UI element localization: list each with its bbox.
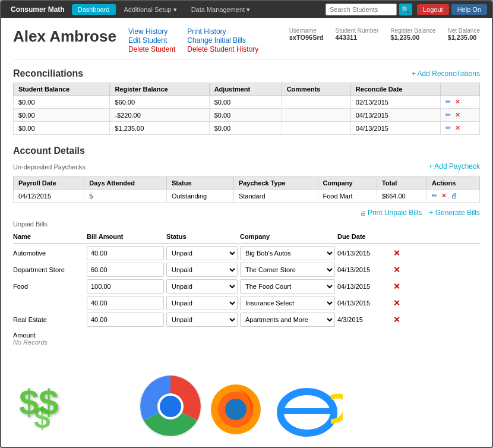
no-records-label: No Records xyxy=(13,339,480,346)
pay-col-total: Total xyxy=(377,177,426,190)
acct-header: Account Details xyxy=(13,146,480,156)
delete-icon[interactable]: ✕ xyxy=(455,111,460,118)
list-item: Automotive Unpaid Paid Big Bob's Autos 0… xyxy=(13,246,480,260)
edit-icon[interactable]: ✏ xyxy=(445,98,451,105)
register-balance-value: $1,235.00 xyxy=(390,34,435,41)
nav-additional-setup[interactable]: Additional Setup ▾ xyxy=(118,4,183,15)
bill-status-select[interactable]: Unpaid Paid xyxy=(166,279,238,294)
view-history-link[interactable]: View History xyxy=(128,27,175,36)
amount-section: Amount No Records xyxy=(13,332,480,346)
recon-col-register-balance: Register Balance xyxy=(110,83,209,96)
nav-dashboard[interactable]: Dashboard xyxy=(72,4,116,15)
logout-button[interactable]: Logout xyxy=(417,4,449,15)
list-item: Unpaid Paid Insurance Select 04/13/2015 … xyxy=(13,296,480,310)
bill-status-select[interactable]: Unpaid Paid xyxy=(166,246,238,260)
table-row: $0.00 $60.00 $0.00 02/13/2015 ✏ ✕ xyxy=(14,96,480,109)
pay-days: 5 xyxy=(84,190,167,203)
table-row: 04/12/2015 5 Outstanding Standard Food M… xyxy=(14,190,480,203)
recon-comments xyxy=(282,122,350,135)
recon-adjustment: $0.00 xyxy=(209,109,282,122)
recon-actions: ✏ ✕ xyxy=(440,96,479,109)
bill-company-select[interactable]: The Corner Store xyxy=(240,263,335,277)
bill-company-select[interactable]: Big Bob's Autos xyxy=(240,246,335,260)
delete-bill-icon[interactable]: ✕ xyxy=(393,248,405,258)
pay-actions: ✏ ✕ 🖨 xyxy=(426,190,479,203)
username-value: sxTO96Srd xyxy=(289,34,324,41)
bill-amount-input[interactable] xyxy=(87,313,164,327)
edit-icon[interactable]: ✏ xyxy=(445,124,451,131)
recon-register-balance: -$220.00 xyxy=(110,109,209,122)
print-paycheck-icon[interactable]: 🖨 xyxy=(451,192,457,199)
delete-bill-icon[interactable]: ✕ xyxy=(393,265,405,275)
student-header: Alex Ambrose View History Edit Student D… xyxy=(13,27,480,60)
bill-due-date: 04/13/2015 xyxy=(337,283,391,290)
bill-status-select[interactable]: Unpaid Paid xyxy=(166,296,238,310)
edit-icon[interactable]: ✏ xyxy=(445,111,451,118)
delete-bill-icon[interactable]: ✕ xyxy=(393,282,405,291)
edit-student-link[interactable]: Edit Student xyxy=(128,36,175,45)
recon-student-balance: $0.00 xyxy=(14,122,110,135)
app-brand: Consumer Math xyxy=(6,4,69,15)
change-initial-bills-link[interactable]: Change Initial Bills xyxy=(187,36,258,45)
amount-label: Amount xyxy=(13,332,36,339)
search-button[interactable]: 🔍 xyxy=(399,4,412,15)
bill-amount-input[interactable] xyxy=(87,279,164,294)
bill-company-select[interactable]: Insurance Select xyxy=(240,296,335,310)
bill-name: Department Store xyxy=(13,266,84,273)
student-number-meta: Student Number 443311 xyxy=(336,27,379,41)
paychecks-table: Payroll Date Days Attended Status Payche… xyxy=(13,176,480,203)
reconciliations-table: Student Balance Register Balance Adjustm… xyxy=(13,83,480,135)
bill-amount-input[interactable] xyxy=(87,263,164,277)
recon-student-balance: $0.00 xyxy=(14,109,110,122)
username-label: Username xyxy=(289,27,324,34)
recon-comments xyxy=(282,96,350,109)
bill-company-select[interactable]: The Food Court xyxy=(240,279,335,294)
print-history-link[interactable]: Print History xyxy=(187,27,258,36)
bill-status-select[interactable]: Unpaid Paid xyxy=(166,313,238,327)
nav-data-management[interactable]: Data Management ▾ xyxy=(185,4,257,15)
print-unpaid-bills-link[interactable]: Print Unpaid Bills xyxy=(360,209,422,217)
delete-icon[interactable]: ✕ xyxy=(455,124,460,131)
edit-paycheck-icon[interactable]: ✏ xyxy=(432,192,437,199)
delete-icon[interactable]: ✕ xyxy=(455,98,460,105)
paychecks-header: Un-deposited Paychecks Add Paycheck xyxy=(13,160,480,173)
recon-date: 02/13/2015 xyxy=(350,96,440,109)
register-balance-label: Register Balance xyxy=(390,27,435,34)
search-bar: 🔍 xyxy=(325,4,412,15)
reconciliations-section: Reconciliations Add Reconciliations Stud… xyxy=(13,68,480,135)
generate-bills-link[interactable]: Generate Bills xyxy=(429,209,480,217)
delete-student-link[interactable]: Delete Student xyxy=(128,45,175,53)
bill-amount-input[interactable] xyxy=(87,296,164,310)
bill-status-select[interactable]: Unpaid Paid xyxy=(166,263,238,277)
unpaid-bills-subsection: Print Unpaid Bills Generate Bills Unpaid… xyxy=(13,209,480,346)
delete-bill-icon[interactable]: ✕ xyxy=(393,315,405,324)
bills-actions-header: Print Unpaid Bills Generate Bills xyxy=(13,209,480,217)
bill-amount-input[interactable] xyxy=(87,246,164,260)
bill-company-select[interactable]: Apartments and More xyxy=(240,313,335,327)
delete-paycheck-icon[interactable]: ✕ xyxy=(441,192,447,199)
print-actions: Print History Change Initial Bills Delet… xyxy=(187,27,258,53)
bill-due-date: 04/13/2015 xyxy=(337,266,391,273)
bill-col-delete xyxy=(393,232,405,241)
help-button[interactable]: Help On xyxy=(451,4,487,15)
bill-col-amount: Bill Amount xyxy=(87,232,164,241)
recon-col-actions xyxy=(440,83,479,96)
list-item: Department Store Unpaid Paid The Corner … xyxy=(13,263,480,277)
student-number-value: 443311 xyxy=(336,34,379,41)
delete-history-link[interactable]: Delete Student History xyxy=(187,45,258,53)
add-paycheck-link[interactable]: Add Paycheck xyxy=(429,162,480,171)
pay-col-actions: Actions xyxy=(426,177,479,190)
bill-due-date: 4/3/2015 xyxy=(337,316,391,323)
recon-register-balance: $1,235.00 xyxy=(110,122,209,135)
recon-title: Reconciliations xyxy=(13,68,83,79)
browser-window: Consumer Math Dashboard Additional Setup… xyxy=(0,0,493,448)
bill-name: Automotive xyxy=(13,250,84,257)
add-reconciliation-link[interactable]: Add Reconciliations xyxy=(412,70,480,78)
pay-col-type: Paycheck Type xyxy=(233,177,318,190)
pay-col-company: Company xyxy=(318,177,377,190)
register-balance-meta: Register Balance $1,235.00 xyxy=(390,27,435,41)
bill-col-company: Company xyxy=(240,232,335,241)
delete-bill-icon[interactable]: ✕ xyxy=(393,298,405,308)
recon-date: 04/13/2015 xyxy=(350,109,440,122)
search-input[interactable] xyxy=(325,4,397,15)
